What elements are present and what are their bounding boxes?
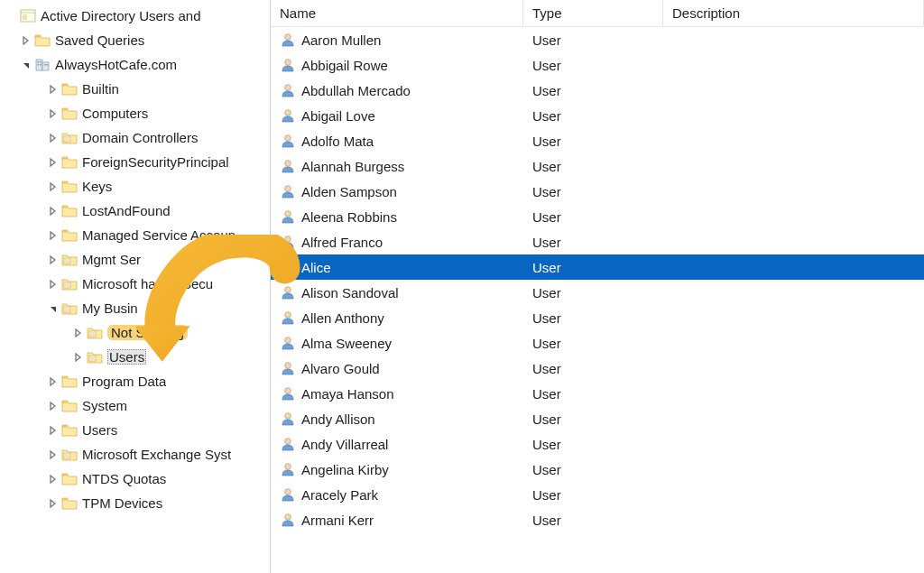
table-row[interactable]: Alvaro GouldUser [271, 356, 924, 381]
folder-icon [34, 32, 51, 49]
tree-node[interactable]: Builtin [0, 77, 270, 101]
cell-name: Alice [271, 254, 523, 280]
cell-name: Aleena Robbins [271, 204, 523, 229]
cell-name-text: Alden Sampson [301, 184, 397, 199]
cell-name: Abigail Love [271, 103, 523, 128]
table-row[interactable]: Aracely ParkUser [271, 482, 924, 507]
cell-type: User [523, 431, 663, 457]
table-row[interactable]: AliceUser [271, 254, 924, 280]
cell-name-text: Abigail Love [301, 108, 375, 124]
expander-icon[interactable] [20, 34, 32, 47]
cell-type: User [523, 204, 663, 229]
tree-node[interactable]: Microsoft hange Secu [0, 272, 270, 296]
expander-icon[interactable] [47, 229, 60, 242]
cell-type: User [523, 507, 663, 532]
cell-name-text: Abbigail Rowe [301, 58, 388, 73]
expander-icon[interactable] [47, 107, 60, 120]
user-icon [280, 133, 296, 149]
table-row[interactable]: Alannah BurgessUser [271, 153, 924, 179]
cell-name-text: Aaron Mullen [301, 32, 381, 48]
table-row[interactable]: Armani KerrUser [271, 507, 924, 532]
tree-node[interactable]: LostAndFound [0, 199, 270, 223]
cell-name-text: Armani Kerr [301, 513, 374, 528]
expander-icon[interactable] [47, 132, 60, 144]
table-row[interactable]: Allen AnthonyUser [271, 305, 924, 330]
folder-icon [61, 154, 78, 171]
tree-node[interactable]: Managed Service Accoun [0, 223, 270, 247]
expander-icon[interactable] [20, 59, 32, 71]
table-row[interactable]: Aleena RobbinsUser [271, 204, 924, 229]
table-row[interactable]: Aaron MullenUser [271, 27, 924, 52]
expander-icon[interactable] [5, 10, 18, 23]
table-row[interactable]: Alison SandovalUser [271, 280, 924, 305]
tree-node[interactable]: Users [0, 418, 270, 442]
expander-icon[interactable] [47, 156, 60, 169]
cell-description [663, 482, 924, 507]
tree-label: Builtin [82, 81, 119, 97]
expander-icon[interactable] [72, 327, 85, 339]
tree-node[interactable]: ForeignSecurityPrincipal [0, 150, 270, 174]
expander-icon[interactable] [47, 400, 60, 412]
expander-icon[interactable] [47, 205, 60, 217]
expander-icon[interactable] [47, 302, 60, 315]
column-header-description[interactable]: Description [663, 0, 924, 26]
expander-icon[interactable] [47, 180, 60, 193]
tree-node[interactable]: Program Data [0, 369, 270, 393]
expander-icon[interactable] [47, 83, 60, 96]
tree-node[interactable]: Domain Controllers [0, 125, 270, 150]
tree-node[interactable]: NTDS Quotas [0, 467, 270, 491]
expander-icon[interactable] [47, 424, 60, 437]
expander-icon[interactable] [47, 375, 60, 388]
table-row[interactable]: Andy VillarrealUser [271, 431, 924, 457]
cell-type: User [523, 381, 663, 406]
cell-name: Alison Sandoval [271, 280, 523, 305]
table-row[interactable]: Andy AllisonUser [271, 406, 924, 431]
ou-icon [61, 447, 78, 463]
tree-label: Keys [82, 179, 112, 194]
domain-icon [34, 57, 51, 73]
expander-icon[interactable] [47, 473, 60, 485]
expander-icon[interactable] [72, 351, 85, 364]
table-row[interactable]: Abdullah MercadoUser [271, 78, 924, 103]
table-row[interactable]: Angelina KirbyUser [271, 457, 924, 482]
tree-node[interactable]: TPM Devices [0, 491, 270, 515]
table-row[interactable]: Amaya HansonUser [271, 381, 924, 406]
table-row[interactable]: Abigail LoveUser [271, 103, 924, 128]
tree-node[interactable]: Computers [0, 101, 270, 125]
tree-node-domain[interactable]: AlwaysHotCafe.com [0, 52, 270, 77]
cell-description [663, 52, 924, 78]
cell-type: User [523, 356, 663, 381]
user-icon [280, 436, 296, 452]
cell-name-text: Aleena Robbins [301, 209, 397, 225]
table-row[interactable]: Alfred FrancoUser [271, 229, 924, 254]
expander-icon[interactable] [47, 448, 60, 461]
tree-node[interactable]: System [0, 393, 270, 418]
expander-icon[interactable] [47, 497, 60, 510]
tree-node-saved-queries[interactable]: Saved Queries [0, 28, 270, 52]
tree-label: Program Data [82, 374, 166, 389]
table-row[interactable]: Alden SampsonUser [271, 179, 924, 204]
user-icon [280, 57, 296, 73]
list-pane[interactable]: Name Type Description Aaron MullenUserAb… [271, 0, 924, 573]
tree-node[interactable]: My Busin [0, 296, 270, 320]
cell-name-text: Andy Villarreal [301, 437, 388, 452]
table-row[interactable]: Alma SweeneyUser [271, 330, 924, 356]
tree-node-root[interactable]: Active Directory Users and Com [0, 4, 270, 28]
expander-icon[interactable] [47, 254, 60, 266]
tree-label: Active Directory Users and Com [41, 8, 203, 23]
expander-icon[interactable] [47, 278, 60, 291]
tree-node[interactable]: Users [0, 345, 270, 369]
tree-label: Microsoft hange Secu [82, 276, 213, 291]
folder-icon [61, 227, 78, 244]
table-row[interactable]: Adolfo MataUser [271, 128, 924, 153]
folder-icon [61, 422, 78, 439]
tree-node[interactable]: Keys [0, 174, 270, 199]
column-header-type[interactable]: Type [523, 0, 663, 26]
tree-node[interactable]: Not Syncing [0, 320, 270, 345]
tree-pane[interactable]: Active Directory Users and Com Saved Que… [0, 0, 271, 573]
tree-node[interactable]: Microsoft Exchange Syst [0, 442, 270, 467]
column-header-label: Name [280, 5, 316, 21]
tree-node[interactable]: Mgmt Ser [0, 247, 270, 272]
table-row[interactable]: Abbigail RoweUser [271, 52, 924, 78]
column-header-name[interactable]: Name [271, 0, 523, 26]
